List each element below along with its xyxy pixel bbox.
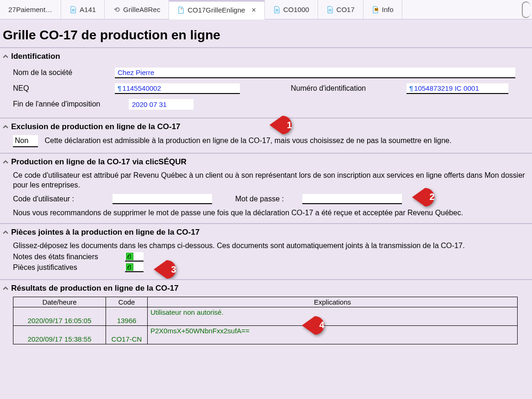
- tab-label: CO1000: [283, 6, 309, 13]
- attachments-intro: Glissez-déposez les documents dans les c…: [13, 241, 526, 251]
- cell-expl: Utilisateur non autorisé.: [148, 307, 518, 325]
- page-title: Grille CO-17 de production en ligne: [0, 19, 532, 47]
- table-row: 2020/09/17 15:38:55 CO17-CN P2X0msX+50WN…: [13, 325, 518, 344]
- chevron-up-icon[interactable]: [2, 229, 9, 236]
- section-exclusion: Exclusion de production en ligne de la C…: [0, 118, 532, 153]
- tab-co1000[interactable]: CO1000: [265, 0, 318, 19]
- label-neq: NEQ: [13, 84, 115, 93]
- bracket-icon: ⟲: [113, 6, 120, 13]
- section-title: Exclusion de production en ligne de la C…: [11, 122, 181, 131]
- section-identification: Identification Nom de la société Chez Pi…: [0, 47, 532, 118]
- document-m-icon: M: [372, 6, 379, 13]
- attach-slot-notes[interactable]: [125, 252, 144, 262]
- cell-datetime: 2020/09/17 16:05:05: [13, 307, 106, 325]
- label-company-name: Nom de la société: [13, 69, 115, 77]
- field-exclusion[interactable]: Non: [13, 135, 38, 147]
- tab-label: CO17: [337, 6, 355, 13]
- col-code: Code: [106, 297, 148, 307]
- col-expl: Explications: [148, 297, 518, 307]
- cell-code: CO17-CN: [106, 325, 148, 344]
- label-notes-efs: Notes des états financiers: [13, 253, 119, 261]
- field-neq[interactable]: ¶1145540002: [115, 83, 240, 94]
- document-icon: [273, 6, 281, 13]
- chevron-up-icon[interactable]: [2, 123, 9, 131]
- table-header-row: Date/heure Code Explications: [13, 297, 518, 307]
- scroll-tabs-icon[interactable]: [522, 1, 530, 18]
- cell-expl: P2X0msX+50WNbnFxx2sufA==: [148, 325, 518, 344]
- field-idnum[interactable]: ¶1054873219 IC 0001: [407, 83, 508, 94]
- chevron-up-icon[interactable]: [2, 158, 9, 166]
- section-title: Résultats de production en ligne de la C…: [11, 284, 179, 293]
- tab-label: CO17GrilleEnligne: [188, 6, 245, 14]
- label-pieces-justif: Pièces justificatives: [13, 263, 119, 272]
- label-password: Mot de passe :: [235, 195, 298, 203]
- tab-label: Info: [382, 6, 394, 13]
- tab-label: A141: [80, 6, 96, 13]
- section-title: Production en ligne de la CO-17 via clic…: [11, 157, 187, 167]
- section-title: Pièces jointes à la production en ligne …: [11, 228, 200, 237]
- tab-paiement[interactable]: 27Paiement…: [0, 0, 61, 19]
- section-attachments: Pièces jointes à la production en ligne …: [0, 223, 532, 279]
- paperclip-icon: [126, 253, 133, 260]
- label-year-end: Fin de l'année d'imposition: [13, 100, 129, 108]
- clicsequr-note: Nous vous recommandons de supprimer le m…: [13, 208, 526, 218]
- document-icon: [69, 6, 77, 13]
- close-icon[interactable]: ×: [251, 6, 256, 14]
- attach-slot-justif[interactable]: [125, 263, 144, 272]
- exclusion-text: Cette déclaration est admissible à la pr…: [44, 137, 451, 144]
- svg-text:M: M: [375, 8, 378, 11]
- col-datetime: Date/heure: [13, 297, 106, 307]
- tab-info[interactable]: M Info: [363, 0, 402, 19]
- paperclip-icon: [126, 263, 133, 271]
- tab-grillea8rec[interactable]: ⟲ GrilleA8Rec: [105, 0, 169, 19]
- tab-co17[interactable]: CO17: [318, 0, 363, 19]
- clicsequr-intro: Ce code d'utilisateur est attribué par R…: [13, 170, 526, 190]
- input-user-code[interactable]: [113, 194, 212, 204]
- tab-a141[interactable]: A141: [61, 0, 105, 19]
- tab-label: GrilleA8Rec: [123, 6, 160, 13]
- field-year-end[interactable]: 2020 07 31: [129, 99, 194, 110]
- tab-label: 27Paiement…: [8, 6, 52, 13]
- table-row: 2020/09/17 16:05:05 13966 Utilisateur no…: [13, 307, 518, 325]
- section-clicsequr: Production en ligne de la CO-17 via clic…: [0, 153, 532, 224]
- cell-datetime: 2020/09/17 15:38:55: [13, 325, 106, 344]
- section-results: Résultats de production en ligne de la C…: [0, 279, 532, 344]
- label-idnum: Numéro d'identification: [291, 84, 407, 93]
- document-icon: [326, 6, 334, 13]
- label-user-code: Code d'utilisateur :: [13, 195, 108, 203]
- section-title: Identification: [11, 52, 60, 61]
- cell-code: 13966: [106, 307, 148, 325]
- tab-co17grilleenligne[interactable]: CO17GrilleEnligne ×: [169, 0, 265, 19]
- input-password[interactable]: [302, 194, 402, 204]
- field-company-name[interactable]: Chez Pierre: [115, 68, 515, 78]
- tab-bar: 27Paiement… A141 ⟲ GrilleA8Rec CO17Grill…: [0, 0, 532, 19]
- results-table: Date/heure Code Explications 2020/09/17 …: [13, 297, 518, 344]
- chevron-up-icon[interactable]: [2, 285, 9, 292]
- document-clip-icon: [177, 6, 185, 14]
